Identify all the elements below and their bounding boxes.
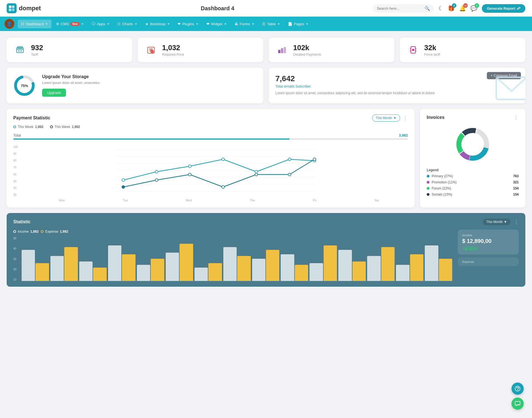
- tariff-value: 932: [31, 43, 43, 52]
- payment-header: Payment Statistic This Month ▼ ⋮: [13, 114, 408, 122]
- bar-group-11: [338, 250, 366, 281]
- statistic-header: Statistic This Month ▼ ⋮: [13, 219, 519, 225]
- logo-area: dompet: [7, 3, 62, 13]
- y-label-100: 100: [13, 145, 20, 148]
- line-chart-svg: [22, 144, 408, 197]
- chevron-down-icon-plugins: ▼: [196, 22, 199, 25]
- legend-dot-expense: [41, 230, 44, 233]
- nav-item-pages[interactable]: 📄 Pages ▼: [285, 20, 312, 28]
- this-month-label: This Month: [376, 116, 392, 120]
- nav-label-bootstrap: Bootstrap: [150, 22, 166, 26]
- nav-item-forms[interactable]: 🖶 Forms ▼: [231, 20, 258, 28]
- svg-rect-3: [12, 9, 14, 11]
- invoices-header: Invoices ⋮: [427, 114, 519, 120]
- nav-label-widget: Widget: [211, 22, 222, 26]
- svg-point-36: [188, 165, 191, 168]
- stats-row: 932 Tariff + 1,032 Required Price: [7, 38, 525, 62]
- chat-badge: 5: [475, 3, 479, 8]
- y-label-30: 30: [13, 193, 20, 196]
- storage-title: Upgrade Your Storage: [42, 74, 100, 79]
- this-month-filter[interactable]: This Month ▼: [372, 114, 400, 122]
- y-label-90: 90: [13, 152, 20, 155]
- legend-circle-forum: [427, 187, 429, 190]
- bar-yellow-0: [35, 263, 49, 281]
- bar-yellow-12: [381, 247, 395, 281]
- upgrade-button[interactable]: Upgrade: [42, 89, 66, 97]
- nav-item-cms[interactable]: ⚙ CMS New ▼: [53, 20, 87, 28]
- bar-group-9: [281, 254, 308, 281]
- statistic-month-filter[interactable]: This Month ▼: [483, 219, 510, 225]
- bell-icon[interactable]: 🔔 12: [459, 5, 466, 12]
- stat-legend-expense: Expense 1,982: [41, 230, 68, 234]
- gift-icon[interactable]: 🎁 2: [448, 5, 455, 12]
- nav-item-plugins[interactable]: ❤ Plugins ▼: [174, 20, 202, 28]
- bar-white-2: [79, 261, 93, 281]
- search-box[interactable]: 🔍: [373, 4, 434, 13]
- bar-y-labels: 50 40 30 20 10: [13, 237, 22, 281]
- payments-label: Detalled Payments: [293, 53, 321, 57]
- statistic-month-label: This Month: [486, 220, 503, 224]
- svg-rect-0: [9, 6, 11, 8]
- svg-rect-15: [278, 50, 280, 53]
- theme-toggle[interactable]: ☾: [438, 5, 443, 12]
- legend-item-2: This Week 1,982: [50, 125, 80, 129]
- nav-item-apps[interactable]: ⓘ Apps ▼: [88, 19, 113, 29]
- legend-forum: Forum (22%) 154: [427, 186, 519, 190]
- email-card: + Compose Email 7,642 Total emails Subcr…: [269, 68, 525, 103]
- statistic-more-icon[interactable]: ⋮: [514, 219, 519, 225]
- stat-card-price: + 1,032 Required Price: [138, 38, 263, 62]
- chat-icon[interactable]: 💬 5: [470, 5, 477, 12]
- bar-yellow-14: [439, 259, 452, 281]
- email-subtitle: Total emails Subcriber.: [275, 84, 519, 88]
- bar-yellow-13: [410, 254, 423, 281]
- total-label: Total: [13, 133, 21, 137]
- invoices-legend: Legend Primary (27%) 763 Promotion (11%)…: [427, 168, 519, 196]
- star-icon: ★: [145, 22, 149, 26]
- bar-white-11: [338, 250, 352, 281]
- search-icon: 🔍: [424, 6, 430, 11]
- storage-info: Upgrade Your Storage Lorem ipsum dolor s…: [42, 74, 100, 97]
- bar-group-8: [252, 250, 280, 281]
- chart-icon: ☷: [117, 22, 121, 26]
- x-label-fri: Fri: [313, 199, 316, 202]
- search-input[interactable]: [377, 6, 422, 11]
- user-avatar[interactable]: 👤: [4, 19, 14, 29]
- legend-promotion: Promotion (11%) 321: [427, 180, 519, 184]
- generate-report-button[interactable]: Generate Report ☍: [482, 4, 525, 13]
- legend-primary-left: Primary (27%): [427, 174, 453, 178]
- logo-icon: [7, 3, 17, 13]
- svg-point-45: [255, 173, 258, 176]
- gear-icon: ⚙: [56, 22, 59, 26]
- storage-donut: 75%: [13, 75, 35, 97]
- legend-socials-left: Socials (15%): [427, 193, 452, 196]
- income-legend-label: Income: [18, 230, 29, 234]
- svg-point-47: [313, 158, 316, 161]
- bar-group-4: [137, 259, 164, 281]
- bar-group-6: [195, 263, 222, 281]
- nav-label-cms: CMS: [61, 22, 69, 26]
- nav-item-dashboard[interactable]: ☷ Dashboard ▼: [18, 20, 52, 28]
- nav-item-table[interactable]: ☰ Table ▼: [259, 20, 283, 28]
- legend-value-1: 1,982: [35, 125, 43, 129]
- bar-yellow-3: [122, 254, 135, 281]
- bar-white-6: [195, 268, 208, 281]
- y-label-50: 50: [13, 180, 20, 183]
- nav-item-widget[interactable]: ❤ Widget ▼: [203, 20, 230, 28]
- legend-socials-label: Socials (15%): [432, 193, 452, 196]
- chart-row: Payment Statistic This Month ▼ ⋮ This We…: [7, 109, 525, 207]
- invoices-more-icon[interactable]: ⋮: [514, 114, 519, 120]
- svg-point-43: [188, 173, 191, 176]
- nav-item-bootstrap[interactable]: ★ Bootstrap ▼: [142, 20, 173, 28]
- header-right: 🔍 ☾ 🎁 2 🔔 12 💬 5 Generate Report ☍: [373, 4, 525, 13]
- nav-item-charts[interactable]: ☷ Charts ▼: [114, 20, 140, 28]
- legend-label-2: This Week: [55, 125, 70, 129]
- svg-point-41: [122, 186, 125, 188]
- legend-primary-value: 763: [513, 174, 519, 178]
- legend-promotion-label: Promotion (11%): [432, 180, 457, 184]
- bar-group-5: [166, 244, 193, 281]
- statistic-header-right: This Month ▼ ⋮: [483, 219, 519, 225]
- x-label-sat: Sat: [374, 199, 379, 202]
- svg-point-39: [288, 158, 291, 161]
- more-options-icon[interactable]: ⋮: [403, 115, 408, 121]
- nav-label-apps: Apps: [97, 22, 105, 26]
